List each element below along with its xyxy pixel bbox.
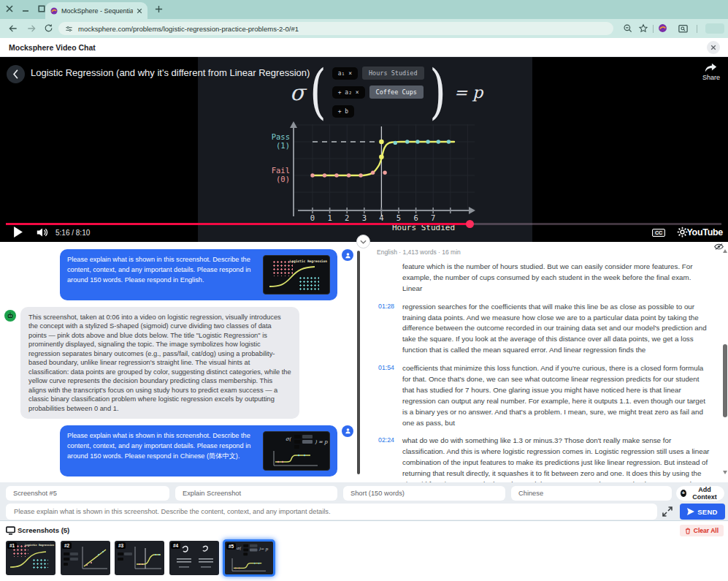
chat-message-assistant: This screenshot, taken at 0:06 into a vi…: [4, 307, 355, 419]
person-icon: [345, 428, 351, 434]
url-bar[interactable]: mocksphere.com/problems/logistic-regress…: [58, 22, 613, 35]
browser-window: MockSphere - Sequentia mocksphere.com/pr…: [0, 0, 728, 581]
new-tab-icon[interactable]: [155, 5, 163, 13]
coef-a2: + a₂ ×: [332, 86, 365, 99]
sigmoid-chart: Pass (1) Fail (0) 0 1 2 3 4 5 6 7 Hours …: [248, 121, 489, 232]
open-paren: (: [310, 60, 326, 124]
fail-label: Fail: [272, 166, 290, 175]
tab-close-icon[interactable]: [137, 8, 142, 14]
svg-text:σ(: σ(: [237, 546, 242, 550]
close-paren: ): [429, 60, 445, 124]
screenshot-ref-field[interactable]: [6, 486, 169, 501]
svg-text:σ(: σ(: [286, 436, 292, 442]
screenshot-thumb-2[interactable]: #2: [61, 541, 110, 575]
screenshot-thumb-3[interactable]: #3: [115, 541, 164, 575]
window-maximize-icon[interactable]: [38, 5, 45, 12]
mocksphere-favicon: [50, 7, 58, 15]
svg-text:)= p: )= p: [258, 547, 268, 552]
mini-sigmoid-curve: [10, 552, 46, 567]
play-icon[interactable]: [13, 227, 23, 238]
forward-icon[interactable]: [26, 23, 37, 34]
video-player[interactable]: Logistic Regression (and why it's differ…: [0, 57, 728, 242]
clear-all-button[interactable]: Clear All: [680, 525, 724, 536]
language-field[interactable]: [511, 486, 672, 501]
length-field[interactable]: [343, 486, 505, 501]
scroll-down-arrow[interactable]: [723, 471, 727, 474]
back-icon[interactable]: [8, 23, 18, 34]
chevron-down-icon: [360, 240, 367, 244]
chat-message-user: Please explain what is shown in this scr…: [4, 425, 355, 476]
screenshot-thumb-5-selected[interactable]: #5 σ( )= p: [223, 539, 275, 577]
svg-text:(0): (0): [276, 175, 290, 183]
app-title: Mocksphere Video Chat: [9, 43, 96, 52]
timestamp[interactable]: 01:54: [372, 363, 394, 428]
timestamp[interactable]: [372, 262, 394, 295]
captions-button[interactable]: CC: [652, 229, 665, 237]
scrollbar-thumb[interactable]: [723, 344, 727, 417]
svg-text:(1): (1): [276, 141, 290, 150]
user-avatar: [342, 249, 353, 261]
message-text: Please explain what is shown in this scr…: [67, 255, 256, 295]
video-back-button[interactable]: [7, 65, 25, 83]
window-controls: [6, 5, 45, 12]
thumb-caption: Logistic Regression: [25, 544, 54, 547]
scroll-up-arrow[interactable]: [723, 249, 727, 253]
window-close-icon[interactable]: [6, 5, 13, 12]
app-header: Mocksphere Video Chat: [0, 38, 728, 57]
toolbar-divider: [653, 25, 654, 33]
screenshots-panel: Screenshots (5) Clear All #1 Logistic Re…: [0, 520, 728, 581]
share-icon: [705, 63, 717, 73]
browser-tab-strip: MockSphere - Sequentia: [0, 0, 728, 19]
timestamp[interactable]: 02:24: [372, 436, 394, 482]
transcript-meta: English · 1,413 words · 16 min: [377, 248, 714, 256]
site-info-icon[interactable]: [65, 25, 73, 33]
add-context-button[interactable]: + Add Context: [676, 486, 724, 501]
transcript-scrollbar[interactable]: [722, 249, 728, 474]
chevron-left-icon: [12, 69, 19, 79]
send-plane-icon: [687, 508, 694, 515]
user-bubble: Please explain what is shown in this scr…: [60, 249, 337, 300]
volume-icon[interactable]: [37, 227, 48, 238]
screenshot-thumb-1[interactable]: #1 Logistic Regression: [6, 541, 55, 575]
equals-p: = p: [454, 83, 483, 102]
extension-badge-icon[interactable]: [658, 23, 667, 33]
user-avatar: [342, 425, 353, 437]
side-panel-search-icon[interactable]: [678, 23, 689, 34]
tab-title: MockSphere - Sequentia: [61, 7, 133, 15]
main-content: Please explain what is shown in this scr…: [0, 242, 728, 482]
reload-icon[interactable]: [44, 23, 53, 33]
expand-icon[interactable]: [662, 506, 673, 517]
chat-panel: Please explain what is shown in this scr…: [0, 249, 355, 482]
assistant-bubble: This screenshot, taken at 0:06 into a vi…: [20, 307, 299, 419]
screenshot-thumb-4[interactable]: #4: [169, 541, 219, 575]
task-field[interactable]: [175, 486, 337, 501]
transcript-entry: 01:28 regression searches for the coeffi…: [372, 302, 710, 356]
share-label: Share: [702, 74, 720, 81]
share-button[interactable]: Share: [702, 63, 720, 81]
plus-icon: +: [681, 490, 686, 497]
formula-terms: a₁ × Hours Studied + a₂ × Coffee Cups + …: [332, 66, 424, 119]
browser-toolbar: mocksphere.com/problems/logistic-regress…: [0, 19, 728, 38]
timestamp[interactable]: 01:28: [372, 302, 394, 356]
thumb-caption: Logistic Regression: [290, 259, 327, 263]
send-button[interactable]: SEND: [680, 504, 725, 520]
user-bubble: Please explain what is shown in this scr…: [60, 425, 337, 476]
sigmoid-formula: σ ( a₁ × Hours Studied + a₂ × Coffee Cup…: [290, 58, 483, 126]
chat-scrollbar[interactable]: [357, 251, 360, 474]
browser-tab[interactable]: MockSphere - Sequentia: [45, 2, 147, 19]
mini-sigmoid-curve: [269, 267, 315, 286]
transcript-entry: 01:54 coefficients that minimize this lo…: [372, 363, 710, 428]
window-minimize-icon[interactable]: [22, 5, 29, 12]
zoom-out-icon[interactable]: [623, 23, 633, 34]
transcript-entry: feature which is the number of hours stu…: [372, 262, 710, 295]
message-thumbnail: σ( ) = p: [263, 431, 330, 471]
chart-grid: [294, 124, 475, 210]
assistant-avatar: [4, 310, 16, 322]
bookmark-star-icon[interactable]: [638, 23, 648, 34]
svg-text:) = p: ) = p: [315, 439, 328, 445]
panel-close-button[interactable]: [707, 41, 720, 54]
close-icon: [710, 45, 716, 50]
message-input[interactable]: [6, 504, 657, 520]
profile-chip[interactable]: [705, 23, 724, 34]
youtube-logo[interactable]: YouTube: [686, 227, 723, 238]
